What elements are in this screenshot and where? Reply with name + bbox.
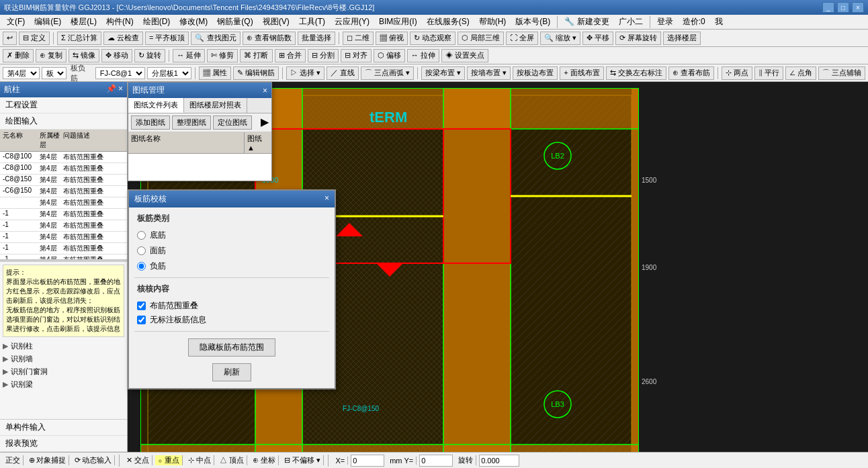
close-button[interactable]: × bbox=[852, 2, 864, 13]
tb-cloud-check[interactable]: ☁ 云检查 bbox=[103, 32, 143, 45]
status-snap[interactable]: ⊕ 对象捕捉 bbox=[26, 455, 69, 465]
menu-guangxiaoe[interactable]: 广小二 bbox=[615, 15, 647, 29]
hide-range-btn[interactable]: 隐藏板筋布筋范围 bbox=[188, 338, 275, 357]
tb-break[interactable]: ⌘ 打断 bbox=[240, 49, 272, 62]
table-row[interactable]: -C8@100 第4层 布筋范围重叠 bbox=[0, 163, 127, 175]
tb-stretch[interactable]: ↔ 拉伸 bbox=[407, 49, 439, 62]
radio-face-rebar[interactable]: 面筋 bbox=[137, 245, 327, 256]
tb-calculate[interactable]: Σ 汇总计算 bbox=[57, 32, 101, 45]
status-no-offset[interactable]: ⊟ 不偏移 ▾ bbox=[281, 455, 324, 465]
tb-extend[interactable]: ↔ 延伸 bbox=[173, 49, 205, 62]
menu-bim[interactable]: BIM应用(I) bbox=[375, 15, 421, 29]
tb-parallel[interactable]: ∥ 平行 bbox=[754, 66, 783, 80]
radio-bottom-input[interactable] bbox=[137, 231, 146, 240]
resize-handle[interactable] bbox=[0, 259, 127, 262]
tb-by-edge[interactable]: 按板边布置 bbox=[513, 66, 558, 80]
tb-delete[interactable]: ✗ 删除 bbox=[3, 49, 34, 62]
tb-batch-select[interactable]: 批量选择 bbox=[298, 32, 335, 45]
refresh-btn[interactable]: 刷新 bbox=[212, 363, 251, 381]
status-vertex[interactable]: △ 顶点 bbox=[217, 455, 247, 465]
menu-draw[interactable]: 绘图(D) bbox=[139, 15, 175, 29]
radio-bottom-rebar[interactable]: 底筋 bbox=[137, 230, 327, 241]
component-select[interactable]: 板 bbox=[42, 67, 67, 79]
check-dialog-close[interactable]: × bbox=[324, 193, 329, 205]
table-row[interactable]: -C6@150 第4层 布筋范围重叠 bbox=[0, 186, 127, 197]
menu-rebar[interactable]: 钢筋量(Q) bbox=[213, 15, 257, 29]
tb-align-top[interactable]: = 平齐板顶 bbox=[145, 32, 189, 45]
tb-dynamic[interactable]: ↻ 动态观察 bbox=[410, 32, 455, 45]
tb-copy[interactable]: ⊕ 复制 bbox=[36, 49, 67, 62]
y-input[interactable] bbox=[419, 455, 453, 467]
tb-view-layout[interactable]: ⊕ 查看布筋 bbox=[668, 66, 714, 80]
tb-trim[interactable]: ✄ 修剪 bbox=[207, 49, 238, 62]
radio-neg-input[interactable] bbox=[137, 262, 146, 271]
nav-pin[interactable]: 📌 × bbox=[106, 84, 123, 95]
status-orthogonal[interactable]: 正交 bbox=[3, 455, 24, 465]
add-drawing-btn[interactable]: 添加图纸 bbox=[131, 115, 170, 130]
tuzhi-close-btn[interactable]: × bbox=[263, 86, 267, 95]
sidebar-draw-input[interactable]: 绘图输入 bbox=[0, 113, 127, 130]
tb-property[interactable]: ▦ 属性 bbox=[199, 66, 231, 80]
tb-merge[interactable]: ⊞ 合并 bbox=[275, 49, 306, 62]
tb-pan[interactable]: ✥ 平移 bbox=[582, 32, 613, 45]
tb-set-grip[interactable]: ◈ 设置夹点 bbox=[441, 49, 488, 62]
status-midpoint[interactable]: ⊹ 中点 bbox=[185, 455, 214, 465]
table-row[interactable]: -1 第4层 布筋范围重叠 bbox=[0, 243, 127, 254]
tb-face-line[interactable]: + 面线布置 bbox=[560, 66, 603, 80]
tb-zoom[interactable]: 🔍 缩放 ▾ bbox=[540, 32, 580, 45]
tab-floor-map[interactable]: 图纸楼层对照表 bbox=[184, 98, 247, 113]
status-dynamic[interactable]: ⟳ 动态输入 bbox=[72, 455, 115, 465]
menu-user[interactable]: 我 bbox=[711, 15, 727, 29]
table-row[interactable]: -1 第4层 布筋范围重叠 bbox=[0, 209, 127, 220]
report-preview[interactable]: 报表预览 bbox=[0, 436, 127, 452]
menu-component[interactable]: 构件(N) bbox=[102, 15, 138, 29]
menu-online[interactable]: 在线服务(S) bbox=[423, 15, 474, 29]
checkbox-overlap[interactable] bbox=[137, 301, 146, 310]
tb-align[interactable]: ⊟ 对齐 bbox=[341, 49, 372, 62]
status-endpoint[interactable]: ⬦ 重点 bbox=[155, 455, 183, 465]
tb-view-rebar[interactable]: ⊕ 查看钢筋数 bbox=[243, 32, 296, 45]
minimize-button[interactable]: _ bbox=[822, 2, 834, 13]
status-intersection[interactable]: ✕ 交点 bbox=[124, 455, 153, 465]
tb-by-beam[interactable]: 按梁布置 ▾ bbox=[421, 66, 465, 80]
layer-select[interactable]: 分层板1 bbox=[147, 67, 191, 79]
table-row[interactable]: -C8@150 第4层 布筋范围重叠 bbox=[0, 175, 127, 186]
maximize-button[interactable]: □ bbox=[837, 2, 849, 13]
tb-rotate-screen[interactable]: ⟳ 屏幕旋转 bbox=[615, 32, 661, 45]
radio-neg-rebar[interactable]: 负筋 bbox=[137, 261, 327, 272]
tb-by-wall[interactable]: 按墙布置 ▾ bbox=[467, 66, 511, 80]
menu-file[interactable]: 文(F) bbox=[3, 15, 29, 29]
tb-move[interactable]: ✥ 移动 bbox=[101, 49, 132, 62]
table-row[interactable]: -1 第4层 布筋范围重叠 bbox=[0, 232, 127, 243]
menu-edit[interactable]: 编辑(E) bbox=[30, 15, 65, 29]
locate-drawing-btn[interactable]: 定位图纸 bbox=[213, 115, 252, 130]
tree-identify-column[interactable]: ▶ 识别柱 bbox=[0, 340, 127, 353]
status-coord[interactable]: ⊕ 坐标 bbox=[250, 455, 279, 465]
radio-face-input[interactable] bbox=[137, 246, 146, 255]
menu-version[interactable]: 版本号(B) bbox=[511, 15, 554, 29]
menu-login[interactable]: 登录 bbox=[653, 15, 677, 29]
table-row[interactable]: -1 第4层 布筋范围重叠 bbox=[0, 254, 127, 259]
x-input[interactable] bbox=[351, 455, 384, 467]
tab-file-list[interactable]: 图纸文件列表 bbox=[128, 98, 184, 113]
tb-select-floor[interactable]: 选择楼层 bbox=[663, 32, 701, 45]
tb-point-angle[interactable]: ∠ 点角 bbox=[785, 66, 816, 80]
tb-line[interactable]: ／ 直线 bbox=[327, 66, 359, 80]
tb-offset[interactable]: ⬡ 偏移 bbox=[374, 49, 405, 62]
rotate-input[interactable] bbox=[479, 455, 519, 467]
tb-rotate[interactable]: ↻ 旋转 bbox=[134, 49, 165, 62]
table-row[interactable]: -C8@100 第4层 布筋范围重叠 bbox=[0, 152, 127, 163]
tb-find[interactable]: 🔍 查找图元 bbox=[191, 32, 240, 45]
tb-partial-3d[interactable]: ⬡ 局部三维 bbox=[458, 32, 504, 45]
tb-mirror[interactable]: ⇆ 镜像 bbox=[69, 49, 99, 62]
tb-fullscreen[interactable]: ⛶ 全屏 bbox=[506, 32, 538, 45]
tb-arc[interactable]: ⌒ 三点画弧 ▾ bbox=[361, 66, 414, 80]
menu-price[interactable]: 造价:0 bbox=[679, 15, 709, 29]
check-no-label[interactable]: 无标注板筋信息 bbox=[137, 314, 327, 326]
check-overlap[interactable]: 布筋范围重叠 bbox=[137, 300, 327, 312]
tb-2d[interactable]: ◻ 二维 bbox=[343, 32, 374, 45]
menu-help[interactable]: 帮助(H) bbox=[475, 15, 511, 29]
tb-back[interactable]: ↩ bbox=[3, 32, 17, 45]
checkbox-no-label[interactable] bbox=[137, 316, 146, 324]
tb-top-view[interactable]: ▦ 俯视 bbox=[376, 32, 408, 45]
